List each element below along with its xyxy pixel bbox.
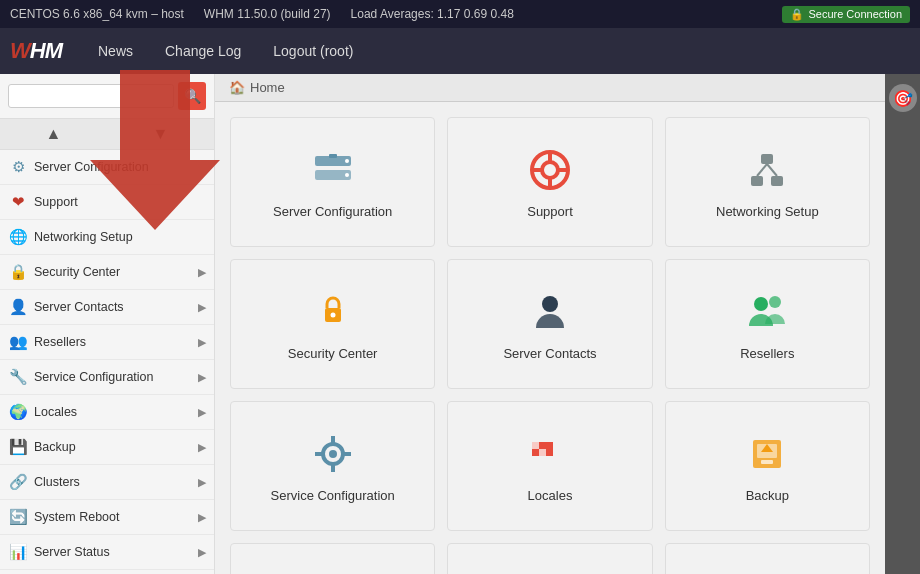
svg-point-3 xyxy=(345,173,349,177)
sidebar-item-arrow-locales: ▶ xyxy=(198,406,206,419)
grid-tile-bottom-1[interactable] xyxy=(230,543,435,574)
server-info: CENTOS 6.6 x86_64 kvm – host xyxy=(10,7,184,21)
whm-version: WHM 11.50.0 (build 27) xyxy=(204,7,331,21)
svg-rect-29 xyxy=(539,449,546,456)
locales-icon: 🌍 xyxy=(8,402,28,422)
resellers-icon: 👥 xyxy=(8,332,28,352)
sidebar-down-button[interactable]: ▼ xyxy=(107,119,214,149)
svg-rect-13 xyxy=(761,154,773,164)
sidebar-item-label-server-configuration: Server Configuration xyxy=(34,160,149,174)
search-bar: 🔍 xyxy=(0,74,214,119)
nav-news[interactable]: News xyxy=(92,39,139,63)
server-contacts-tile-icon xyxy=(526,288,574,336)
sidebar-item-arrow-clusters: ▶ xyxy=(198,476,206,489)
sidebar-up-button[interactable]: ▲ xyxy=(0,119,107,149)
server-configuration-tile-icon xyxy=(309,146,357,194)
grid-tile-server-contacts[interactable]: Server Contacts xyxy=(447,259,652,389)
sidebar-item-server-status[interactable]: 📊Server Status▶ xyxy=(0,535,214,570)
backup-tile-label: Backup xyxy=(746,488,789,503)
sidebar-item-label-clusters: Clusters xyxy=(34,475,80,489)
sidebar-item-server-configuration[interactable]: ⚙Server Configuration xyxy=(0,150,214,185)
server-status-icon: 📊 xyxy=(8,542,28,562)
sidebar-item-label-networking-setup: Networking Setup xyxy=(34,230,133,244)
svg-rect-33 xyxy=(761,460,773,464)
resellers-tile-label: Resellers xyxy=(740,346,794,361)
search-input[interactable] xyxy=(8,84,174,108)
svg-rect-26 xyxy=(343,452,351,456)
clusters-icon: 🔗 xyxy=(8,472,28,492)
support-tile-label: Support xyxy=(527,204,573,219)
sidebar-item-server-contacts[interactable]: 👤Server Contacts▶ xyxy=(0,290,214,325)
networking-setup-icon: 🌐 xyxy=(8,227,28,247)
search-button[interactable]: 🔍 xyxy=(178,82,206,110)
grid-tile-locales[interactable]: Locales xyxy=(447,401,652,531)
svg-point-18 xyxy=(542,296,558,312)
sidebar-item-label-support: Support xyxy=(34,195,78,209)
server-contacts-icon: 👤 xyxy=(8,297,28,317)
sidebar-nav-arrows: ▲ ▼ xyxy=(0,119,214,150)
whm-logo: WHM xyxy=(10,38,62,64)
sidebar-item-system-reboot[interactable]: 🔄System Reboot▶ xyxy=(0,500,214,535)
networking-setup-tile-label: Networking Setup xyxy=(716,204,819,219)
sidebar-item-arrow-system-reboot: ▶ xyxy=(198,511,206,524)
secure-badge: 🔒 Secure Connection xyxy=(782,6,910,23)
sidebar-item-label-backup: Backup xyxy=(34,440,76,454)
svg-rect-11 xyxy=(751,176,763,186)
grid-tile-backup[interactable]: Backup xyxy=(665,401,870,531)
sidebar-item-locales[interactable]: 🌍Locales▶ xyxy=(0,395,214,430)
grid-tile-networking-setup[interactable]: Networking Setup xyxy=(665,117,870,247)
grid-tile-service-configuration[interactable]: Service Configuration xyxy=(230,401,435,531)
sidebar-item-account-information[interactable]: 👤Account Information▶ xyxy=(0,570,214,574)
grid-tile-resellers[interactable]: Resellers xyxy=(665,259,870,389)
backup-icon: 💾 xyxy=(8,437,28,457)
backup-tile-icon xyxy=(743,430,791,478)
right-widget-button[interactable]: 🎯 xyxy=(889,84,917,112)
sidebar-item-backup[interactable]: 💾Backup▶ xyxy=(0,430,214,465)
svg-point-2 xyxy=(345,159,349,163)
lock-icon: 🔒 xyxy=(790,8,804,21)
sidebar-item-service-configuration[interactable]: 🔧Service Configuration▶ xyxy=(0,360,214,395)
sidebar-item-resellers[interactable]: 👥Resellers▶ xyxy=(0,325,214,360)
svg-rect-23 xyxy=(331,436,335,444)
sidebar-item-arrow-service-configuration: ▶ xyxy=(198,371,206,384)
top-bar-info: CENTOS 6.6 x86_64 kvm – host WHM 11.50.0… xyxy=(10,7,514,21)
sidebar: 🔍 ▲ ▼ ⚙Server Configuration❤Support🌐Netw… xyxy=(0,74,215,574)
grid-tile-server-configuration[interactable]: Server Configuration xyxy=(230,117,435,247)
sidebar-item-networking-setup[interactable]: 🌐Networking Setup xyxy=(0,220,214,255)
support-icon: ❤ xyxy=(8,192,28,212)
sidebar-item-security-center[interactable]: 🔒Security Center▶ xyxy=(0,255,214,290)
svg-point-19 xyxy=(754,297,768,311)
sidebar-item-clusters[interactable]: 🔗Clusters▶ xyxy=(0,465,214,500)
sidebar-item-arrow-resellers: ▶ xyxy=(198,336,206,349)
grid-tile-bottom-3[interactable] xyxy=(665,543,870,574)
home-icon: 🏠 xyxy=(229,80,245,95)
nav-bar: WHM News Change Log Logout (root) xyxy=(0,28,920,74)
svg-point-20 xyxy=(769,296,781,308)
breadcrumb: 🏠 Home xyxy=(215,74,885,102)
service-configuration-icon: 🔧 xyxy=(8,367,28,387)
sidebar-item-support[interactable]: ❤Support xyxy=(0,185,214,220)
server-configuration-icon: ⚙ xyxy=(8,157,28,177)
svg-point-17 xyxy=(330,312,335,317)
svg-rect-25 xyxy=(315,452,323,456)
system-reboot-icon: 🔄 xyxy=(8,507,28,527)
service-configuration-tile-label: Service Configuration xyxy=(271,488,395,503)
svg-rect-28 xyxy=(532,442,539,449)
security-center-icon: 🔒 xyxy=(8,262,28,282)
grid-tile-security-center[interactable]: Security Center xyxy=(230,259,435,389)
main-layout: 🔍 ▲ ▼ ⚙Server Configuration❤Support🌐Netw… xyxy=(0,74,920,574)
svg-line-14 xyxy=(757,164,767,176)
sidebar-item-label-resellers: Resellers xyxy=(34,335,86,349)
grid-tile-support[interactable]: Support xyxy=(447,117,652,247)
security-center-tile-label: Security Center xyxy=(288,346,378,361)
grid-tile-bottom-2[interactable] xyxy=(447,543,652,574)
locales-tile-icon xyxy=(526,430,574,478)
nav-changelog[interactable]: Change Log xyxy=(159,39,247,63)
nav-logout[interactable]: Logout (root) xyxy=(267,39,359,63)
svg-line-15 xyxy=(767,164,777,176)
sidebar-item-arrow-server-status: ▶ xyxy=(198,546,206,559)
svg-rect-12 xyxy=(771,176,783,186)
sidebar-item-label-server-status: Server Status xyxy=(34,545,110,559)
server-contacts-tile-label: Server Contacts xyxy=(503,346,596,361)
content-area: 🏠 Home Server ConfigurationSupportNetwor… xyxy=(215,74,885,574)
